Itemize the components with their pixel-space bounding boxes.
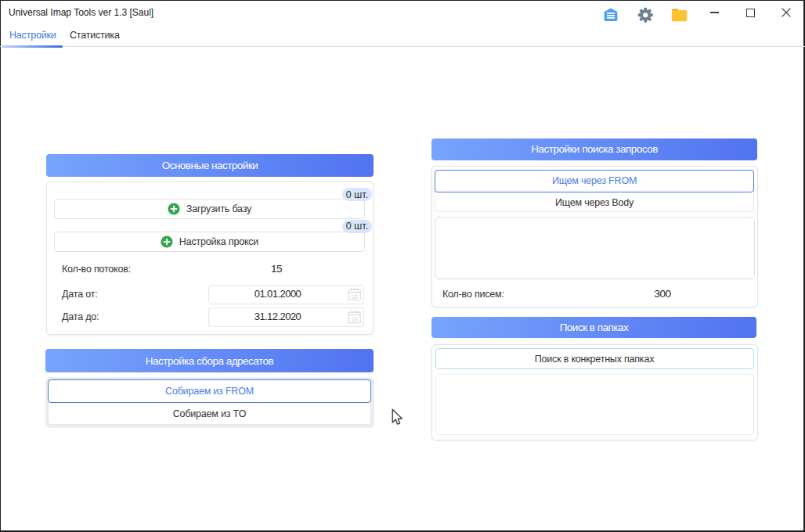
svg-text:15: 15: [351, 316, 357, 323]
svg-text:15: 15: [351, 293, 357, 300]
